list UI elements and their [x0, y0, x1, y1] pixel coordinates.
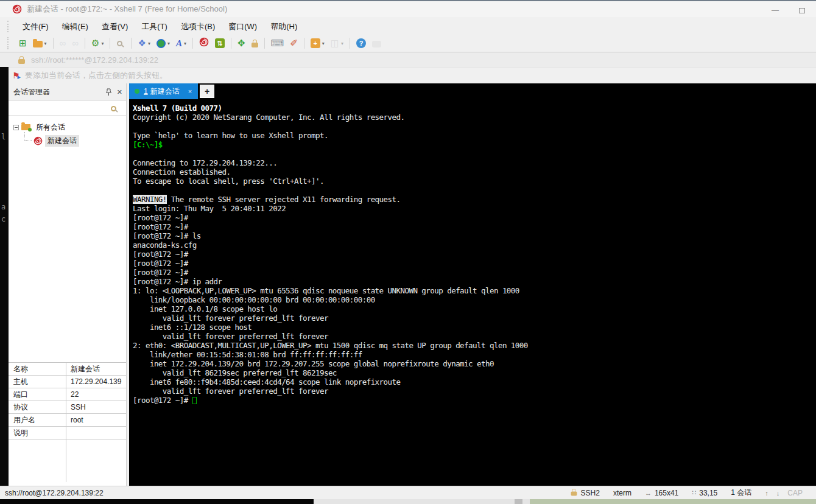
- lock-icon[interactable]: [249, 36, 261, 51]
- status-terminal-type: xterm: [613, 489, 631, 497]
- property-row: 端口22: [9, 388, 126, 401]
- chevron-down-icon[interactable]: ▾: [167, 41, 170, 46]
- terminal-line: Connecting to 172.29.204.139:22...: [133, 158, 816, 167]
- pin-icon[interactable]: [105, 88, 112, 96]
- minimize-button[interactable]: —: [765, 5, 786, 16]
- fullscreen-icon[interactable]: ✥: [235, 36, 248, 51]
- session-properties-table: 名称新建会话主机172.29.204.139端口22协议SSH用户名root说明: [9, 362, 126, 482]
- chevron-down-icon[interactable]: ▾: [101, 41, 104, 46]
- menu-item-3[interactable]: 工具(T): [135, 19, 174, 35]
- status-label: 165x41: [655, 489, 678, 497]
- property-row: 协议SSH: [9, 401, 126, 414]
- new-session-icon: ⊞: [19, 38, 27, 48]
- property-value: 新建会话: [66, 363, 126, 375]
- toolbar-separator: [110, 38, 110, 49]
- tab-bar: 1 新建会话 × +: [129, 83, 816, 100]
- menu-item-5[interactable]: 窗口(W): [222, 19, 264, 35]
- address-bar[interactable]: ssh://root:******@172.29.204.139:22: [0, 52, 816, 67]
- font-icon[interactable]: A▾: [174, 36, 189, 51]
- terminal-line: [root@172 ~]#: [133, 222, 816, 231]
- status-connection-url: ssh://root@172.29.204.139:22: [0, 489, 571, 497]
- toolbar-separator: [192, 38, 193, 49]
- arrange-icon: ❖: [138, 38, 146, 48]
- tree-session-label[interactable]: 新建会话: [45, 135, 79, 147]
- status-scroll-up[interactable]: ↑: [765, 489, 772, 497]
- add-folder-icon[interactable]: +▾: [308, 36, 327, 51]
- tree-root-label[interactable]: 所有会话: [33, 122, 68, 133]
- terminal-line: inet 127.0.0.1/8 scope host lo: [133, 304, 816, 313]
- find-icon[interactable]: [114, 36, 127, 51]
- disconnect-icon[interactable]: ∞: [57, 36, 69, 51]
- status-scroll-down[interactable]: ↓: [776, 489, 783, 497]
- property-label: 协议: [9, 402, 66, 413]
- background-window-edge: l a c: [0, 67, 9, 499]
- tab-active-session[interactable]: 1 新建会话 ×: [129, 83, 198, 99]
- chevron-down-icon[interactable]: ▾: [322, 41, 325, 46]
- toolbar-grip[interactable]: [7, 37, 9, 49]
- chevron-down-icon[interactable]: ▾: [341, 41, 343, 46]
- session-search-input[interactable]: [9, 101, 126, 115]
- status-label: 33,15: [699, 489, 717, 497]
- keyboard-icon[interactable]: ⌨: [269, 36, 287, 51]
- toolbar-separator: [53, 38, 54, 49]
- chevron-down-icon[interactable]: ▾: [184, 41, 186, 46]
- property-value: [66, 439, 126, 482]
- toolbar-grip[interactable]: [7, 21, 9, 32]
- new-session-icon[interactable]: ⊞: [16, 36, 29, 51]
- tab-label: 新建会话: [150, 86, 180, 97]
- close-panel-icon[interactable]: ✕: [117, 88, 122, 96]
- web-browser-icon[interactable]: ▾: [154, 36, 172, 51]
- session-tree: 所有会话 新建会话: [9, 116, 126, 147]
- property-value: [66, 427, 126, 439]
- menu-item-0[interactable]: 文件(F): [16, 19, 55, 35]
- chevron-down-icon[interactable]: ▾: [44, 41, 47, 46]
- property-label: 说明: [9, 428, 66, 438]
- new-tab-button[interactable]: +: [200, 85, 214, 98]
- xshell-icon[interactable]: [197, 36, 211, 51]
- terminal-line: 1: lo: <LOOPBACK,UP,LOWER_UP> mtu 65536 …: [133, 286, 816, 295]
- terminal-line: [root@172 ~]#: [133, 213, 816, 222]
- property-value: 22: [66, 388, 126, 401]
- session-search[interactable]: [9, 100, 126, 116]
- hint-bar: ⚑ ▸ 要添加当前会话，点击左侧的箭头按钮。: [9, 67, 816, 83]
- menu-item-6[interactable]: 帮助(H): [264, 19, 304, 35]
- maximize-button[interactable]: [792, 5, 812, 16]
- xftp-icon[interactable]: ⇅: [213, 36, 227, 51]
- session-manager-panel: 会话管理器 ✕ 所有会话 新建会话: [9, 83, 127, 486]
- terminal-line: Connection established.: [133, 167, 816, 177]
- edge-char: c: [1, 215, 5, 223]
- status-terminal-size: ↔165x41: [645, 489, 678, 497]
- tree-item-session[interactable]: 新建会话: [22, 134, 126, 147]
- xftp-icon: ⇅: [215, 38, 225, 48]
- layout-icon[interactable]: ◫▾: [328, 36, 346, 51]
- status-label: SSH2: [581, 489, 600, 497]
- highlighter-icon[interactable]: ✐: [287, 36, 300, 51]
- terminal-screen[interactable]: Xshell 7 (Build 0077)Copyright (c) 2020 …: [129, 100, 816, 405]
- session-properties-icon: ⚙: [91, 38, 99, 48]
- session-properties-icon[interactable]: ⚙▾: [89, 36, 106, 51]
- toolbar: ⊞▾∞∞⚙▾❖▾▾A▾⇅✥⌨✐+▾◫▾?: [0, 35, 816, 52]
- tab-close-icon[interactable]: ×: [188, 88, 192, 95]
- chevron-down-icon[interactable]: ▾: [148, 41, 150, 46]
- terminal-line: [root@172 ~]# ls: [133, 231, 816, 240]
- add-folder-icon: +: [311, 38, 320, 48]
- chat-icon[interactable]: [370, 36, 384, 51]
- open-session-icon[interactable]: ▾: [30, 36, 49, 51]
- desktop-edge-segment: [515, 499, 522, 504]
- menu-item-4[interactable]: 选项卡(B): [174, 19, 222, 35]
- arrange-icon[interactable]: ❖▾: [135, 36, 152, 51]
- toolbar-separator: [131, 38, 132, 49]
- tree-collapse-icon[interactable]: [13, 125, 19, 130]
- terminal-line: [root@172 ~]#: [133, 396, 816, 405]
- property-value: 172.29.204.139: [66, 376, 126, 388]
- scroll-up-icon: ↑: [765, 489, 769, 497]
- reconnect-icon[interactable]: ∞: [69, 36, 81, 51]
- terminal-line: [root@172 ~]#: [133, 250, 816, 259]
- property-label: 用户名: [9, 415, 66, 425]
- terminal-line: valid_lft 86219sec preferred_lft 86219se…: [133, 368, 816, 377]
- help-icon[interactable]: ?: [354, 36, 368, 51]
- window-title: 新建会话 - root@172:~ - Xshell 7 (Free for H…: [27, 4, 227, 15]
- address-url[interactable]: ssh://root:******@172.29.204.139:22: [31, 55, 158, 65]
- menu-item-2[interactable]: 查看(V): [95, 19, 135, 35]
- menu-item-1[interactable]: 编辑(E): [55, 19, 95, 35]
